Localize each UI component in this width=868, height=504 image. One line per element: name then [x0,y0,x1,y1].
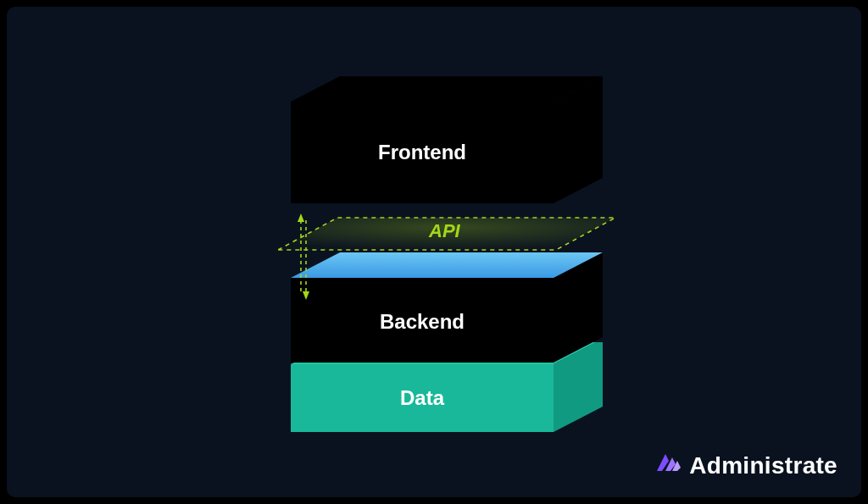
diagram-card: Data Backend [7,7,861,497]
layer-backend-label: Backend [380,310,465,333]
layer-api-label: API [429,220,460,242]
api-bidirectional-arrow-icon [296,210,311,307]
svg-marker-11 [303,291,309,300]
svg-marker-13 [291,76,603,102]
layer-frontend: Frontend [291,76,603,208]
layer-frontend-label: Frontend [378,141,466,163]
brand-name: Administrate [689,452,837,479]
svg-marker-10 [298,213,304,222]
brand-logo-icon [654,451,682,480]
layer-stack: Data Backend [7,7,861,497]
brand: Administrate [654,451,837,480]
layer-data-label: Data [400,386,445,409]
